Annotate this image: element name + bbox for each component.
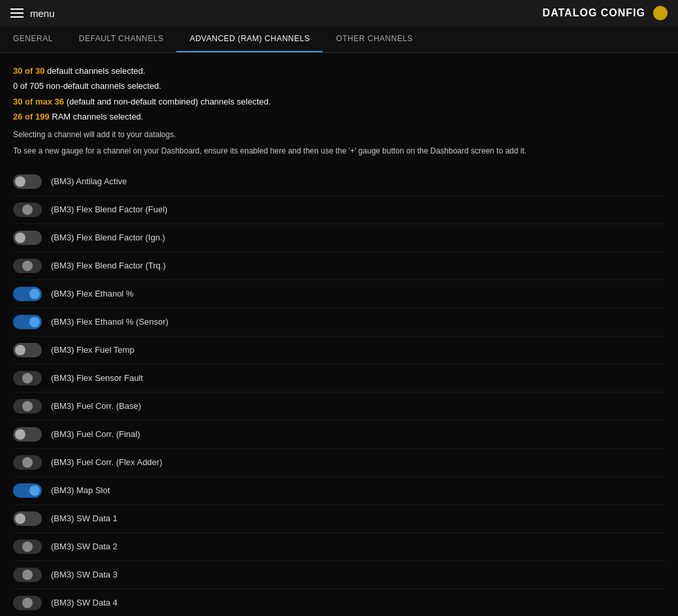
channel-toggle[interactable] — [13, 596, 42, 610]
channel-label: (BM3) SW Data 2 — [51, 542, 118, 551]
channel-toggle[interactable] — [13, 231, 42, 245]
channel-toggle[interactable] — [13, 203, 42, 217]
content-area: 30 of 30 default channels selected. 0 of… — [0, 53, 678, 616]
channel-label: (BM3) Map Slot — [51, 485, 110, 495]
menu-label: menu — [30, 8, 55, 19]
stat-info-1: Selecting a channel will add it to your … — [13, 129, 665, 141]
channel-label: (BM3) Flex Blend Factor (Ign.) — [51, 233, 165, 242]
channel-toggle[interactable] — [13, 174, 42, 189]
channel-item: (BM3) Flex Blend Factor (Fuel) — [13, 196, 665, 224]
channel-item: (BM3) Map Slot — [13, 477, 665, 505]
channel-label: (BM3) SW Data 4 — [51, 598, 118, 608]
channel-label: (BM3) Fuel Corr. (Flex Adder) — [51, 457, 163, 467]
stat-line-4: 26 of 199 RAM channels selected. — [13, 109, 665, 124]
status-indicator — [653, 6, 668, 20]
channel-item: (BM3) Flex Ethanol % (Sensor) — [13, 308, 665, 336]
tab-default-channels[interactable]: DEFAULT CHANNELS — [66, 26, 177, 52]
header-left: menu — [10, 8, 55, 19]
tab-other-channels[interactable]: OTHER CHANNELS — [323, 26, 426, 52]
channel-toggle[interactable] — [13, 399, 42, 413]
channel-item: (BM3) SW Data 4 — [13, 589, 665, 616]
stat-1-highlight: 30 of 30 — [13, 66, 44, 76]
channel-label: (BM3) SW Data 1 — [51, 513, 118, 523]
channel-item: (BM3) Fuel Corr. (Flex Adder) — [13, 449, 665, 477]
channel-item: (BM3) Flex Ethanol % — [13, 280, 665, 308]
stat-3-rest: (default and non-default combined) chann… — [64, 97, 271, 106]
channel-toggle[interactable] — [13, 511, 42, 526]
menu-icon[interactable] — [10, 8, 24, 18]
tabs-bar: GENERAL DEFAULT CHANNELS ADVANCED (RAM) … — [0, 26, 678, 53]
stat-2-rest: non-default channels selected. — [44, 81, 161, 91]
channel-label: (BM3) Fuel Corr. (Final) — [51, 429, 140, 439]
tab-advanced-ram-channels[interactable]: ADVANCED (RAM) CHANNELS — [176, 26, 323, 52]
channel-label: (BM3) Flex Fuel Temp — [51, 345, 135, 355]
channel-list: (BM3) Antilag Active(BM3) Flex Blend Fac… — [13, 168, 665, 616]
channel-toggle[interactable] — [13, 259, 42, 273]
channel-toggle[interactable] — [13, 455, 42, 470]
channel-toggle[interactable] — [13, 568, 42, 582]
channel-item: (BM3) Fuel Corr. (Final) — [13, 421, 665, 449]
channel-label: (BM3) Fuel Corr. (Base) — [51, 401, 141, 411]
channel-item: (BM3) Fuel Corr. (Base) — [13, 393, 665, 421]
channel-item: (BM3) Antilag Active — [13, 168, 665, 196]
stat-line-1: 30 of 30 default channels selected. — [13, 63, 665, 78]
channel-item: (BM3) Flex Fuel Temp — [13, 336, 665, 365]
stat-line-3: 30 of max 36 (default and non-default co… — [13, 94, 665, 109]
channel-label: (BM3) Flex Blend Factor (Fuel) — [51, 204, 167, 214]
channel-item: (BM3) SW Data 1 — [13, 505, 665, 533]
tab-general[interactable]: GENERAL — [0, 26, 66, 52]
channel-toggle[interactable] — [13, 315, 42, 329]
header: menu DATALOG CONFIG — [0, 0, 678, 26]
stat-1-rest: default channels selected. — [44, 66, 145, 76]
stat-info-2: To see a new gauge for a channel on your… — [13, 145, 665, 157]
stats-section: 30 of 30 default channels selected. 0 of… — [13, 63, 665, 157]
stat-2-highlight: 0 of 705 — [13, 81, 44, 91]
channel-toggle[interactable] — [13, 427, 42, 442]
channel-toggle[interactable] — [13, 371, 42, 385]
channel-toggle[interactable] — [13, 540, 42, 554]
stat-4-rest: RAM channels selected. — [50, 112, 144, 122]
channel-label: (BM3) Flex Sensor Fault — [51, 373, 143, 383]
channel-item: (BM3) Flex Sensor Fault — [13, 365, 665, 393]
channel-label: (BM3) Flex Ethanol % — [51, 289, 133, 299]
page-title: DATALOG CONFIG — [543, 7, 645, 19]
stat-4-highlight: 26 of 199 — [13, 112, 50, 122]
channel-label: (BM3) Antilag Active — [51, 176, 127, 186]
channel-item: (BM3) SW Data 3 — [13, 561, 665, 589]
channel-label: (BM3) Flex Blend Factor (Trq.) — [51, 261, 166, 270]
channel-toggle[interactable] — [13, 343, 42, 357]
stat-3-highlight: 30 of max 36 — [13, 97, 64, 106]
channel-item: (BM3) Flex Blend Factor (Ign.) — [13, 224, 665, 252]
stat-line-2: 0 of 705 non-default channels selected. — [13, 78, 665, 93]
channel-toggle[interactable] — [13, 287, 42, 301]
channel-label: (BM3) SW Data 3 — [51, 570, 118, 579]
channel-label: (BM3) Flex Ethanol % (Sensor) — [51, 317, 169, 327]
channel-item: (BM3) SW Data 2 — [13, 533, 665, 561]
header-right: DATALOG CONFIG — [543, 6, 668, 20]
channel-toggle[interactable] — [13, 483, 42, 498]
channel-item: (BM3) Flex Blend Factor (Trq.) — [13, 252, 665, 280]
